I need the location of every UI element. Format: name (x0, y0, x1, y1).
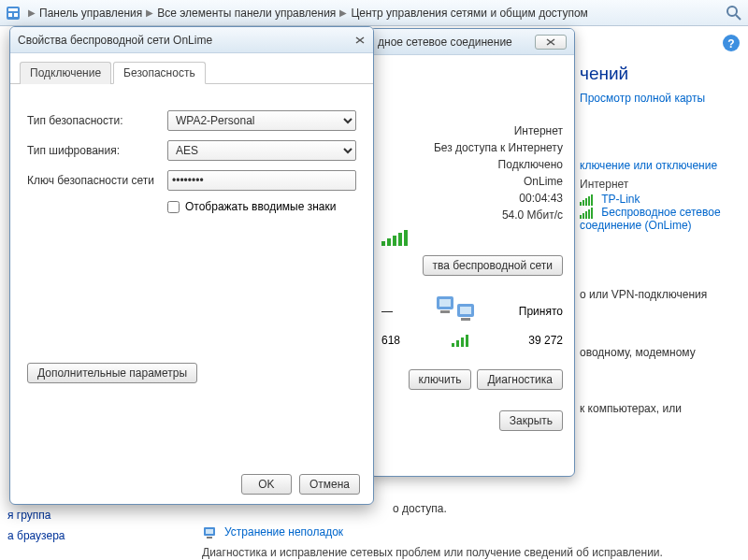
security-type-label: Тип безопасности: (27, 114, 167, 127)
svg-rect-33 (461, 318, 470, 321)
close-button[interactable] (535, 35, 567, 50)
diagnose-button[interactable]: Диагностика (477, 369, 563, 390)
status-value: Подключено (498, 158, 563, 171)
troubleshoot-icon (202, 524, 219, 540)
svg-line-5 (736, 15, 741, 20)
search-icon[interactable] (726, 5, 742, 22)
status-ssid: OnLime (524, 175, 563, 188)
svg-point-4 (727, 7, 737, 16)
dash: — (381, 305, 393, 318)
svg-rect-25 (393, 236, 396, 246)
wireless-props-button[interactable]: тва беспроводной сети (423, 255, 563, 276)
signal-strength-icon (381, 227, 563, 246)
svg-rect-17 (591, 208, 593, 219)
network-item[interactable]: Беспроводное сетевое соединение (OnLime) (580, 206, 735, 232)
svg-rect-9 (583, 200, 584, 206)
dialog-titlebar[interactable]: дное сетевое соединение (370, 29, 574, 55)
tab-security[interactable]: Безопасность (113, 62, 206, 84)
advanced-settings-button[interactable]: Дополнительные параметры (27, 363, 197, 383)
dialog-title: Свойства беспроводной сети OnLime (18, 34, 354, 47)
breadcrumb-item[interactable]: Панель управления (39, 7, 142, 20)
svg-rect-14 (583, 213, 584, 219)
svg-rect-32 (440, 310, 450, 313)
svg-rect-16 (588, 209, 590, 219)
svg-rect-34 (452, 343, 454, 347)
page-heading: чений (580, 64, 735, 84)
connection-status-dialog: дное сетевое соединение Интернет Без дос… (369, 28, 575, 477)
svg-rect-29 (439, 299, 451, 307)
svg-rect-35 (456, 340, 459, 347)
signal-icon (580, 194, 595, 206)
signal-small-icon (452, 334, 478, 347)
troubleshoot-desc: Диагностика и исправление сетевых пробле… (202, 546, 739, 559)
svg-rect-2 (8, 13, 12, 17)
troubleshoot-link[interactable]: Устранение неполадок (224, 525, 343, 538)
svg-rect-3 (14, 13, 18, 17)
computers-activity-icon (433, 293, 478, 330)
encryption-type-label: Тип шифрования: (27, 144, 167, 157)
status-duration: 00:04:43 (519, 192, 563, 205)
svg-rect-31 (460, 307, 471, 314)
svg-rect-20 (207, 537, 212, 538)
breadcrumb-item[interactable]: Все элементы панели управления (157, 7, 336, 20)
disconnect-button[interactable]: ключить (409, 369, 472, 390)
breadcrumb-bar: ▶ Панель управления ▶ Все элементы панел… (0, 0, 748, 26)
sidebar-item[interactable]: я группа (0, 505, 94, 525)
text-fragment: к компьютерах, или (580, 402, 735, 415)
bytes-sent: 618 (381, 334, 400, 347)
tab-panel-security: Тип безопасности: WPA2-Personal Тип шифр… (10, 84, 373, 393)
wireless-properties-dialog: Свойства беспроводной сети OnLime Подклю… (9, 26, 374, 505)
svg-rect-12 (591, 194, 593, 206)
status-value: Интернет (514, 124, 563, 137)
encryption-type-select[interactable]: AES (167, 140, 356, 161)
close-button[interactable] (354, 36, 366, 45)
connect-disconnect-link[interactable]: ключение или отключение (580, 159, 735, 172)
bytes-received: 39 272 (528, 334, 563, 347)
view-full-map-link[interactable]: Просмотр полной карты (580, 92, 735, 105)
cancel-button[interactable]: Отмена (299, 474, 360, 495)
tab-connection[interactable]: Подключение (20, 62, 111, 84)
svg-rect-11 (588, 196, 590, 206)
security-key-label: Ключ безопасности сети (27, 174, 167, 187)
show-chars-checkbox[interactable] (167, 201, 180, 213)
sidebar-fragment: я группа а браузера (0, 505, 94, 546)
svg-rect-15 (585, 211, 587, 219)
ok-button[interactable]: OK (241, 474, 292, 495)
svg-rect-1 (8, 8, 18, 11)
security-type-select[interactable]: WPA2-Personal (167, 110, 356, 131)
svg-rect-10 (585, 198, 587, 206)
signal-icon (580, 208, 595, 219)
internet-label: Интернет (580, 178, 735, 191)
status-speed: 54.0 Мбит/с (502, 208, 563, 222)
received-label: Принято (519, 305, 563, 318)
control-panel-icon (6, 6, 21, 21)
text-fragment: о или VPN-подключения (580, 288, 735, 301)
svg-rect-37 (466, 335, 468, 347)
svg-rect-19 (206, 529, 213, 534)
troubleshoot-section: Устранение неполадок Диагностика и испра… (202, 524, 739, 559)
svg-rect-24 (387, 238, 391, 246)
dialog-titlebar[interactable]: Свойства беспроводной сети OnLime (10, 27, 373, 53)
security-key-field[interactable] (167, 170, 356, 191)
chevron-right-icon: ▶ (146, 7, 153, 18)
breadcrumb-item[interactable]: Центр управления сетями и общим доступом (351, 7, 588, 20)
svg-rect-36 (461, 337, 464, 347)
dialog-title: дное сетевое соединение (378, 36, 535, 49)
status-value: Без доступа к Интернету (434, 141, 563, 154)
text-fragment: оводному, модемному (580, 346, 735, 359)
chevron-right-icon: ▶ (339, 7, 347, 18)
sidebar-item[interactable]: а браузера (0, 525, 94, 546)
svg-rect-27 (404, 230, 408, 246)
network-item[interactable]: TP-Link (580, 193, 735, 206)
text-fragment: о доступа. (393, 502, 447, 515)
close-button[interactable]: Закрыть (499, 410, 563, 431)
show-chars-label: Отображать вводимые знаки (185, 200, 336, 213)
svg-rect-26 (398, 233, 402, 246)
chevron-right-icon: ▶ (28, 7, 36, 18)
svg-rect-23 (381, 241, 385, 246)
tab-strip: Подключение Безопасность (10, 53, 373, 84)
